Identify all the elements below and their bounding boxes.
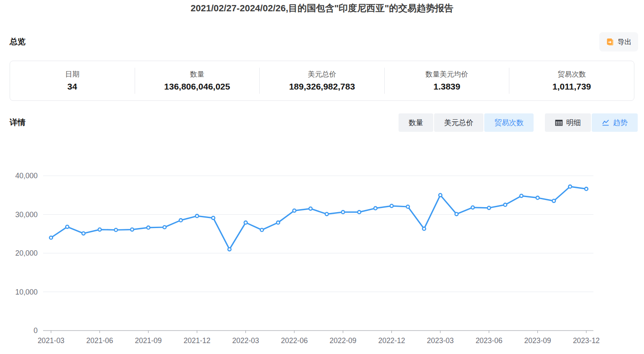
detail-heading: 详情 bbox=[10, 117, 26, 128]
trend-line-icon bbox=[602, 119, 610, 127]
stat-trade-count: 贸易次数 1,011,739 bbox=[509, 68, 634, 94]
overview-heading: 总览 bbox=[10, 36, 26, 47]
overview-stats-card: 日期 34 数量 136,806,046,025 美元总价 189,326,98… bbox=[10, 61, 634, 101]
tab-usd-total[interactable]: 美元总价 bbox=[434, 113, 483, 132]
tab-quantity[interactable]: 数量 bbox=[399, 113, 433, 132]
tab-trade-count[interactable]: 贸易次数 bbox=[484, 113, 534, 132]
export-document-icon bbox=[606, 38, 614, 46]
svg-text:2022-09: 2022-09 bbox=[330, 336, 356, 345]
page-title: 2021/02/27-2024/02/26,目的国包含"印度尼西亚"的交易趋势报… bbox=[0, 0, 644, 15]
stat-label: 数量美元均价 bbox=[426, 70, 468, 80]
stat-label: 日期 bbox=[65, 70, 79, 80]
overview-header: 总览 导出 bbox=[10, 32, 638, 51]
stat-label: 数量 bbox=[190, 70, 204, 80]
stat-value: 189,326,982,783 bbox=[289, 82, 355, 92]
stat-quantity: 数量 136,806,046,025 bbox=[135, 68, 260, 94]
stat-avg-usd-price: 数量美元均价 1.3839 bbox=[385, 68, 510, 94]
table-icon bbox=[555, 119, 563, 127]
view-tab-group: 明细 趋势 bbox=[545, 113, 638, 132]
tab-detail-list-label: 明细 bbox=[566, 118, 581, 128]
stat-label: 美元总价 bbox=[308, 70, 336, 80]
stat-value: 1,011,739 bbox=[552, 82, 591, 92]
stat-usd-total: 美元总价 189,326,982,783 bbox=[260, 68, 385, 94]
svg-text:2021-12: 2021-12 bbox=[184, 336, 210, 345]
svg-text:40,000: 40,000 bbox=[15, 172, 38, 180]
svg-text:2021-03: 2021-03 bbox=[38, 336, 64, 345]
svg-text:10,000: 10,000 bbox=[15, 288, 38, 296]
svg-text:2021-09: 2021-09 bbox=[135, 336, 162, 345]
svg-text:2023-03: 2023-03 bbox=[427, 336, 454, 345]
svg-text:2022-06: 2022-06 bbox=[281, 336, 308, 345]
svg-text:2022-03: 2022-03 bbox=[232, 336, 259, 345]
detail-header: 详情 数量 美元总价 贸易次数 明细 bbox=[10, 113, 638, 132]
export-button[interactable]: 导出 bbox=[599, 32, 638, 51]
trend-chart[interactable]: 010,00020,00030,00040,0002021-032021-062… bbox=[0, 152, 644, 354]
stat-label: 贸易次数 bbox=[557, 70, 586, 80]
tab-trend-label: 趋势 bbox=[613, 118, 628, 128]
svg-text:2023-06: 2023-06 bbox=[475, 336, 502, 345]
export-button-label: 导出 bbox=[618, 37, 632, 47]
svg-text:2022-12: 2022-12 bbox=[378, 336, 405, 345]
svg-text:0: 0 bbox=[33, 326, 38, 335]
svg-text:2021-06: 2021-06 bbox=[86, 336, 113, 345]
stat-date: 日期 34 bbox=[10, 68, 135, 94]
detail-tab-groups: 数量 美元总价 贸易次数 明细 bbox=[399, 113, 638, 132]
svg-text:2023-12: 2023-12 bbox=[573, 336, 600, 345]
svg-text:30,000: 30,000 bbox=[15, 210, 38, 219]
svg-text:2023-09: 2023-09 bbox=[524, 336, 551, 345]
stat-value: 136,806,046,025 bbox=[164, 82, 230, 92]
tab-detail-list[interactable]: 明细 bbox=[545, 113, 591, 132]
metric-tab-group: 数量 美元总价 贸易次数 bbox=[399, 113, 534, 132]
stat-value: 34 bbox=[67, 82, 77, 92]
stat-value: 1.3839 bbox=[433, 82, 460, 92]
tab-trend[interactable]: 趋势 bbox=[592, 113, 638, 132]
trend-chart-svg: 010,00020,00030,00040,0002021-032021-062… bbox=[0, 152, 644, 354]
svg-text:20,000: 20,000 bbox=[15, 249, 38, 257]
